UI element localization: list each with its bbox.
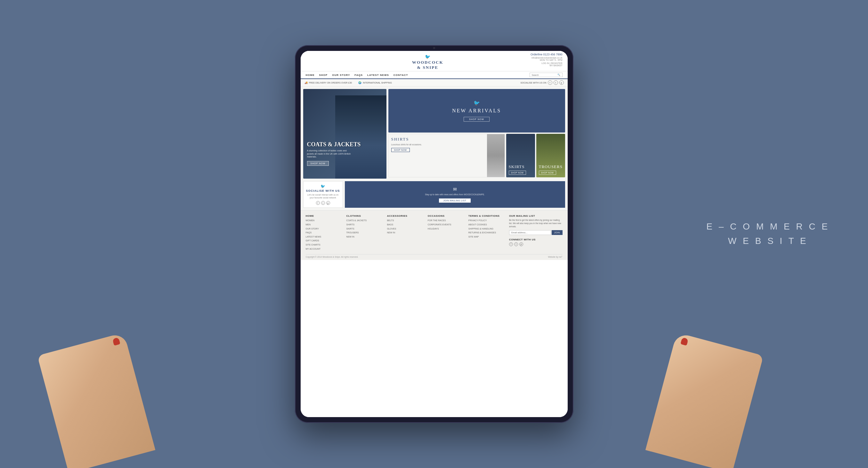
footer-twitter-icon[interactable]: t [514,242,518,246]
newsletter-join-button[interactable]: JOIN MAILING LIST [439,198,471,202]
login-link[interactable]: LOG IN [541,62,549,64]
footer-link[interactable]: SHIPPING & HANDLING [468,227,504,231]
footer-mailing-title: OUR MAILING LIST [509,215,563,217]
footer-link[interactable]: TROUSERS [346,231,382,235]
footer-link[interactable]: RETURNS & EXCHANGES [468,231,504,235]
copyright-text: Copyright © 2014 Woodcock & Snipe. All r… [306,256,358,258]
shipping-info: 🌍 INTERNATIONAL SHIPPING [358,81,392,84]
footer-clothing-title: CLOTHING [346,215,382,217]
footer-join-button[interactable]: JOIN [552,230,563,235]
camera-dot [433,47,435,49]
header-info: Orderline 0123 456 7890 info@woodcockand… [530,53,563,67]
footer-link[interactable]: COATS & JACKETS [346,219,382,223]
nav-ourstory[interactable]: OUR STORY [332,74,350,76]
footer-link[interactable]: SKIRTS [346,227,382,231]
footer-link[interactable]: SHIRTS [346,223,382,227]
skirts-title: SKIRTS [509,164,532,169]
shirts-image [487,134,505,177]
social-card-text: Let's be social! Interact with us on you… [306,193,340,199]
footer-link[interactable]: WOMEN [306,219,341,223]
orderline: Orderline 0123 456 7890 [530,53,563,56]
arrivals-bird-icon: 🐦 [473,100,480,106]
footer-top: HOME WOMEN MEN OUR STORY FAQS LATEST NEW… [306,215,563,251]
search-bar[interactable]: 🔍 [530,73,563,77]
shirts-panel: SHIRTS Luxurious shirts for all occasion… [389,134,505,177]
footer-email-input[interactable] [509,230,551,235]
footer-link[interactable]: LATEST NEWS [306,235,341,239]
hero-title: COATS & JACKETS [307,142,361,148]
truck-icon: 🚚 [305,81,308,84]
tablet-screen: 🐦 WOODCOCK & SNIPE Orderline 0123 456 78… [301,51,568,417]
new-arrivals-panel: 🐦 NEW ARRIVALS SHOP NOW [389,89,565,132]
footer-link[interactable]: SITE MAP [468,235,504,239]
footer-link[interactable]: CORPORATE EVENTS [428,223,463,227]
footer-link[interactable]: PRIVACY POLICY [468,219,504,223]
footer-link[interactable]: GLOVES [387,227,423,231]
search-icon[interactable]: 🔍 [557,74,560,76]
footer-facebook-icon[interactable]: f [509,242,513,246]
footer-terms-title: TERMS & CONDITIONS [468,215,504,217]
header-hours: MON TO SAT: 9 - 5PM [530,59,563,61]
new-arrivals-shopnow-button[interactable]: SHOP NOW [464,117,490,122]
nav-latestnews[interactable]: LATEST NEWS [367,74,389,76]
website-content[interactable]: 🐦 WOODCOCK & SNIPE Orderline 0123 456 78… [301,51,568,417]
header-account-links[interactable]: LOG IN | REGISTER MY BASKET [530,62,563,67]
hero-section: COATS & JACKETS A stunning collection of… [303,89,386,179]
footer-link[interactable]: NEW IN [346,235,382,239]
social-card-bird-icon: 🐦 [306,184,340,189]
hero-shopnow-button[interactable]: SHOP NOW [307,161,329,166]
search-input[interactable] [532,74,557,76]
footer-col-clothing: CLOTHING COATS & JACKETS SHIRTS SKIRTS T… [346,215,382,251]
social-pinterest-icon[interactable]: p [326,201,330,205]
nav-home[interactable]: HOME [306,74,315,76]
my-bag-link[interactable]: MY BASKET [550,64,563,67]
connect-title: CONNECT WITH US [509,238,563,241]
social-twitter-icon[interactable]: t [321,201,325,205]
register-link[interactable]: REGISTER [551,62,563,64]
nav-contact[interactable]: CONTACT [394,74,408,76]
footer-link[interactable]: FOR THE RACES [428,219,463,223]
main-content: COATS & JACKETS A stunning collection of… [301,87,568,181]
footer-col-home: HOME WOMEN MEN OUR STORY FAQS LATEST NEW… [306,215,341,251]
footer-link[interactable]: MY ACCOUNT [306,247,341,251]
footer-mailing-text: Be the first to get the latest offers by… [509,219,563,228]
header-email: info@woodcockandsnipe.co.uk [530,57,563,59]
footer-link[interactable]: NEW IN [387,231,423,235]
new-arrivals-title: NEW ARRIVALS [452,108,501,114]
footer-pinterest-icon[interactable]: p [519,242,523,246]
footer-link[interactable]: FAQS [306,231,341,235]
right-panels: 🐦 NEW ARRIVALS SHOP NOW SHIRTS Luxurious… [389,89,565,179]
footer-link[interactable]: OUR STORY [306,227,341,231]
pinterest-icon[interactable]: p [559,80,564,85]
hero-subtitle: A stunning collection of ladies coats an… [307,149,352,158]
facebook-icon[interactable]: f [548,80,552,85]
social-bar: SOCIALISE WITH US ON f t p [521,80,564,85]
footer-link[interactable]: SITE CHARTS [306,243,341,247]
nav-faqs[interactable]: FAQS [354,74,363,76]
hero-figure [335,95,386,179]
social-facebook-icon[interactable]: f [316,201,320,205]
main-nav: HOME SHOP OUR STORY FAQS LATEST NEWS CON… [301,71,568,79]
footer-col-occasions: OCCASIONS FOR THE RACES CORPORATE EVENTS… [428,215,463,251]
social-card-title: SOCIALISE WITH US [306,189,340,192]
globe-icon: 🌍 [358,81,362,84]
footer-home-title: HOME [306,215,341,217]
twitter-icon[interactable]: t [554,80,558,85]
shirts-info: SHIRTS Luxurious shirts for all occasion… [389,134,487,177]
skirts-shopnow-button[interactable]: SHOP NOW [509,170,526,175]
footer-link[interactable]: ABOUT COOKIES [468,223,504,227]
footer-link[interactable]: MEN [306,223,341,227]
trousers-shopnow-button[interactable]: SHOP NOW [539,170,556,175]
shirts-shopnow-button[interactable]: SHOP NOW [391,148,410,152]
footer-link[interactable]: HOLIDAYS [428,227,463,231]
footer-link[interactable]: BAGS [387,223,423,227]
nav-shop[interactable]: SHOP [319,74,328,76]
newsletter-text: Stay up to date with news and offers fro… [425,193,485,196]
trousers-panel: TROUSERS SHOP NOW [536,134,565,177]
footer-link[interactable]: BELTS [387,219,423,223]
site-footer: HOME WOMEN MEN OUR STORY FAQS LATEST NEW… [301,210,568,260]
delivery-info: 🚚 FREE DELIVERY ON ORDERS OVER £30 [305,81,352,84]
footer-link[interactable]: GIFT CARDS [306,239,341,243]
newsletter-envelope-icon: ✉ [453,187,457,192]
skirts-panel: SKIRTS SHOP NOW [506,134,535,177]
